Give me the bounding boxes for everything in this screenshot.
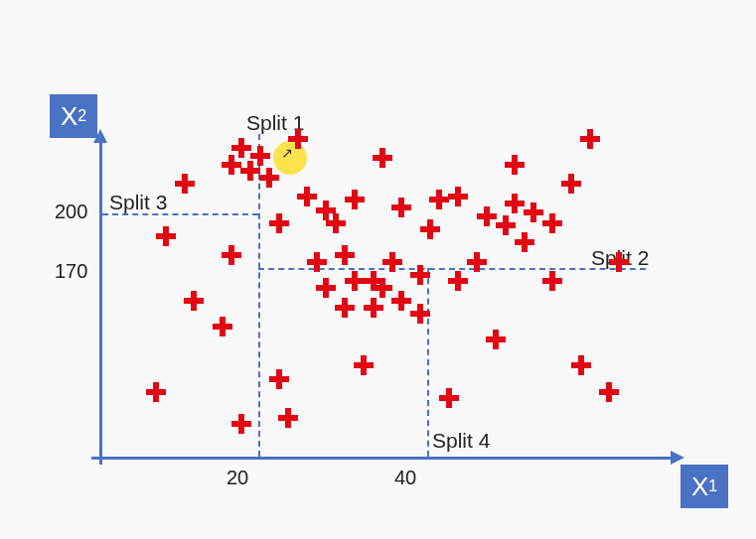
data-point bbox=[439, 388, 459, 408]
y-axis-label-sub: 2 bbox=[77, 107, 86, 125]
data-point bbox=[373, 278, 392, 298]
data-point bbox=[278, 408, 298, 428]
data-point bbox=[561, 174, 581, 194]
data-point bbox=[269, 369, 289, 389]
data-point bbox=[505, 194, 525, 213]
data-point bbox=[524, 202, 543, 222]
data-point bbox=[410, 265, 430, 285]
data-point bbox=[213, 317, 232, 337]
data-point bbox=[184, 291, 204, 311]
data-point bbox=[231, 138, 251, 158]
data-point bbox=[354, 355, 374, 375]
plot-area bbox=[99, 119, 666, 457]
x-tick-40: 40 bbox=[394, 467, 416, 489]
data-point bbox=[222, 245, 241, 265]
data-point bbox=[288, 129, 308, 149]
y-tick-170: 170 bbox=[55, 260, 87, 283]
y-axis-label-box: X2 bbox=[50, 94, 97, 138]
data-point bbox=[307, 252, 327, 272]
data-point bbox=[146, 382, 166, 402]
x-axis-label-sub: 1 bbox=[708, 477, 717, 495]
data-point bbox=[364, 298, 383, 318]
y-axis-label: X bbox=[61, 101, 77, 132]
data-point bbox=[391, 291, 411, 311]
x-axis-line bbox=[91, 457, 676, 460]
data-point bbox=[420, 219, 440, 239]
data-point bbox=[250, 146, 270, 166]
data-point bbox=[259, 168, 279, 188]
data-point bbox=[335, 245, 355, 265]
data-point bbox=[429, 190, 449, 209]
data-point bbox=[231, 414, 251, 434]
data-point bbox=[477, 206, 497, 226]
y-tick-200: 200 bbox=[55, 201, 87, 223]
data-point bbox=[335, 298, 355, 318]
data-point bbox=[269, 213, 289, 233]
data-point bbox=[599, 382, 619, 402]
x-axis-arrow-icon bbox=[671, 451, 684, 465]
data-point bbox=[448, 187, 468, 206]
data-point bbox=[156, 226, 176, 246]
data-point bbox=[326, 213, 346, 233]
data-point bbox=[580, 129, 600, 149]
data-point bbox=[391, 198, 411, 217]
data-point bbox=[505, 155, 525, 175]
data-point bbox=[316, 278, 336, 298]
data-point bbox=[609, 252, 629, 272]
x-axis-label: X bbox=[691, 472, 708, 502]
data-point bbox=[345, 271, 365, 291]
data-point bbox=[542, 271, 562, 291]
chart-stage: X2 X1 200 170 20 40 Split 1 Split 2 Spli… bbox=[0, 0, 756, 539]
data-point bbox=[542, 213, 562, 233]
x-axis-label-box: X1 bbox=[680, 465, 728, 508]
data-point bbox=[382, 252, 402, 272]
data-point bbox=[496, 215, 516, 235]
data-point bbox=[486, 330, 506, 349]
data-point bbox=[571, 355, 591, 375]
data-point bbox=[448, 271, 468, 291]
data-point bbox=[410, 304, 430, 324]
data-point bbox=[345, 190, 365, 209]
data-point bbox=[175, 174, 195, 194]
data-point bbox=[222, 155, 241, 175]
data-point bbox=[467, 252, 487, 272]
data-point bbox=[373, 148, 392, 168]
data-point bbox=[515, 232, 534, 252]
x-tick-20: 20 bbox=[227, 467, 248, 489]
data-point bbox=[297, 187, 317, 206]
